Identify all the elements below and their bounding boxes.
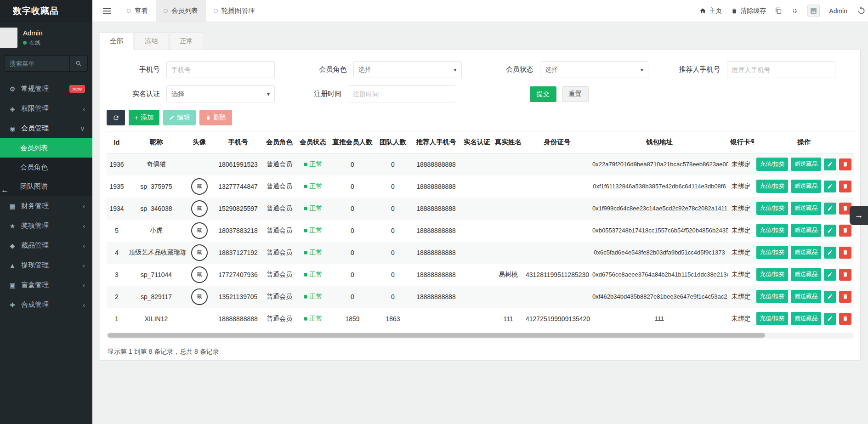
topbar-tab-label: 查看 (135, 6, 148, 15)
sidebar-item[interactable]: ▦财务管理‹ (0, 196, 92, 216)
sidebar-item[interactable]: ▲提现管理‹ (0, 255, 92, 275)
add-button[interactable]: + 添加 (129, 110, 159, 125)
topbar-right: 主页 清除缓存 Admin (699, 5, 868, 17)
sync-icon[interactable] (857, 6, 866, 16)
sidebar-item[interactable]: ⚙常规管理new (0, 79, 92, 99)
delete-row-button[interactable] (839, 158, 851, 170)
sidebar-item[interactable]: ◈权限管理‹ (0, 99, 92, 119)
edit-row-button[interactable] (824, 291, 836, 303)
menu-search-input[interactable] (5, 55, 69, 72)
edit-row-button[interactable] (824, 225, 836, 237)
gift-button[interactable]: 赠送藏品 (791, 158, 821, 171)
menu-toggle-icon[interactable] (97, 0, 116, 22)
chevron-left-icon: ‹ (83, 242, 85, 249)
edit-button[interactable]: 编辑 (163, 110, 196, 125)
status-filter-select[interactable]: 选择 ▾ (540, 61, 648, 78)
sidebar-item[interactable]: ★奖项管理‹ (0, 216, 92, 236)
recharge-button[interactable]: 充值/扣费 (756, 246, 788, 259)
cell-avatar (186, 153, 213, 175)
role-filter-select[interactable]: 选择 ▾ (353, 61, 462, 78)
cell-bank: 未绑定 (728, 175, 754, 198)
delete-row-button[interactable] (839, 181, 851, 192)
delete-row-button[interactable] (839, 269, 851, 281)
row-actions: 充值/扣费赠送藏品 (756, 224, 852, 237)
edit-row-button[interactable] (824, 269, 836, 281)
sidebar-subitem[interactable]: 会员列表 (0, 138, 92, 158)
cell-id-card (524, 198, 590, 220)
topbar-tab[interactable]: 会员列表 (156, 0, 206, 22)
refresh-button[interactable] (107, 110, 125, 125)
sidebar-subitem[interactable]: 团队图谱 (0, 177, 92, 196)
gift-button[interactable]: 赠送藏品 (791, 224, 821, 237)
sidebar-subitem[interactable]: 会员角色 (0, 158, 92, 177)
menu-search-button[interactable] (69, 55, 88, 72)
recharge-button[interactable]: 充值/扣费 (756, 158, 788, 171)
cell-nickname: sp_346038 (127, 198, 186, 220)
sidebar-item[interactable]: ▣盲盒管理‹ (0, 275, 92, 295)
realauth-filter-select[interactable]: 选择 ▾ (166, 85, 275, 102)
delete-row-button[interactable] (839, 313, 851, 325)
sidebar-item[interactable]: ✚合成管理‹ (0, 295, 92, 315)
recharge-button[interactable]: 充值/扣费 (756, 268, 788, 281)
gift-button[interactable]: 赠送藏品 (791, 290, 821, 303)
topbar-tab[interactable]: 查看 (119, 0, 156, 22)
sidebar-item[interactable]: ◆藏品管理‹ (0, 236, 92, 255)
edit-row-button[interactable] (824, 181, 836, 192)
cell-real-auth (461, 286, 493, 308)
fullscreen-exit-icon[interactable] (791, 7, 798, 14)
trash-icon (842, 161, 848, 167)
delete-row-button[interactable] (839, 291, 851, 303)
tab-冻结[interactable]: 冻结 (135, 32, 168, 50)
topbar-tab[interactable]: 轮播图管理 (206, 0, 263, 22)
recharge-button[interactable]: 充值/扣费 (756, 202, 788, 215)
cell-nickname: 顶级艺术品收藏瑞珈高宇泽 (127, 242, 186, 264)
home-button[interactable]: 主页 (699, 7, 722, 15)
realauth-filter-value: 选择 (171, 90, 184, 98)
gift-button[interactable]: 赠送藏品 (791, 180, 821, 193)
copy-icon[interactable] (775, 7, 782, 14)
user-status: 在线 (23, 39, 43, 47)
status-dot-icon (304, 273, 307, 277)
gift-button[interactable]: 赠送藏品 (791, 246, 821, 259)
phone-filter-input[interactable] (166, 61, 275, 78)
gift-button[interactable]: 赠送藏品 (791, 202, 821, 215)
delete-row-button[interactable] (839, 247, 851, 259)
member-avatar: 藏 (191, 178, 208, 195)
edit-row-button[interactable] (824, 247, 836, 259)
status-text: 正常 (310, 315, 323, 322)
sidebar-collapse-icon[interactable]: ← (1, 186, 9, 195)
member-avatar: 藏 (191, 244, 208, 261)
submit-button[interactable]: 提交 (530, 86, 556, 102)
edit-row-button[interactable] (824, 158, 836, 170)
regtime-filter-input[interactable] (348, 85, 456, 102)
column-header: 头像 (186, 131, 213, 153)
referrer-filter-input[interactable] (727, 61, 835, 78)
gift-button[interactable]: 赠送藏品 (791, 312, 821, 325)
select-caret-icon: ▾ (454, 67, 456, 73)
recharge-button[interactable]: 充值/扣费 (756, 290, 788, 303)
cell-role: 普通会员 (263, 286, 296, 308)
gift-button[interactable]: 赠送藏品 (791, 268, 821, 281)
edit-row-button[interactable] (824, 203, 836, 215)
recharge-button[interactable]: 充值/扣费 (756, 312, 788, 325)
recharge-button[interactable]: 充值/扣费 (756, 180, 788, 193)
topbar-username[interactable]: Admin (829, 7, 847, 15)
tab-全部[interactable]: 全部 (100, 32, 133, 50)
role-filter-value: 选择 (358, 66, 371, 74)
cell-real-auth (461, 264, 493, 286)
delete-button[interactable]: 删除 (199, 110, 232, 125)
tab-正常[interactable]: 正常 (170, 32, 203, 50)
cell-real-name (493, 175, 524, 198)
reset-button[interactable]: 重置 (562, 86, 589, 102)
scrollbar-thumb[interactable] (108, 333, 765, 338)
sidebar-item[interactable]: ◉会员管理∨ (0, 119, 92, 138)
recharge-button[interactable]: 充值/扣费 (756, 224, 788, 237)
delete-row-button[interactable] (839, 225, 851, 237)
table-row: 1936奇偶猫18061991523普通会员正常00188888888880x2… (107, 153, 854, 175)
topbar-avatar[interactable] (807, 5, 820, 17)
sidebar-menu: ⚙常规管理new◈权限管理‹◉会员管理∨会员列表会员角色团队图谱▦财务管理‹★奖… (0, 79, 92, 424)
drawer-toggle-button[interactable]: → (850, 206, 868, 225)
edit-row-button[interactable] (824, 313, 836, 325)
clear-cache-button[interactable]: 清除缓存 (731, 7, 766, 15)
column-header: 会员状态 (296, 131, 330, 153)
